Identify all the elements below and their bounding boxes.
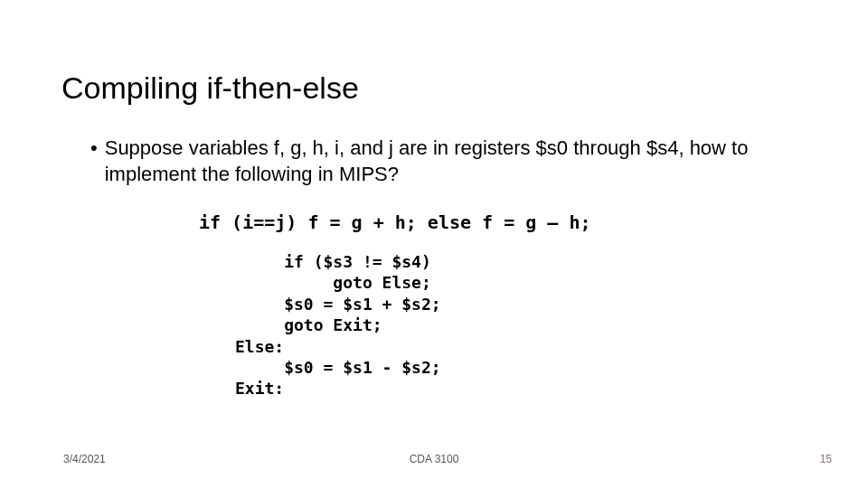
bullet-item: • Suppose variables f, g, h, i, and j ar… — [90, 136, 796, 187]
footer-course: CDA 3100 — [0, 453, 868, 465]
bullet-dot: • — [90, 136, 98, 187]
slide: Compiling if-then-else • Suppose variabl… — [0, 0, 868, 488]
bullet-block: • Suppose variables f, g, h, i, and j ar… — [90, 136, 796, 187]
footer-page-number: 15 — [820, 453, 832, 465]
code-pseudo-mips: if ($s3 != $s4) goto Else; $s0 = $s1 + $… — [235, 251, 441, 399]
slide-title: Compiling if-then-else — [61, 70, 359, 106]
bullet-text: Suppose variables f, g, h, i, and j are … — [105, 136, 796, 187]
code-c-statement: if (i==j) f = g + h; else f = g – h; — [199, 211, 590, 233]
